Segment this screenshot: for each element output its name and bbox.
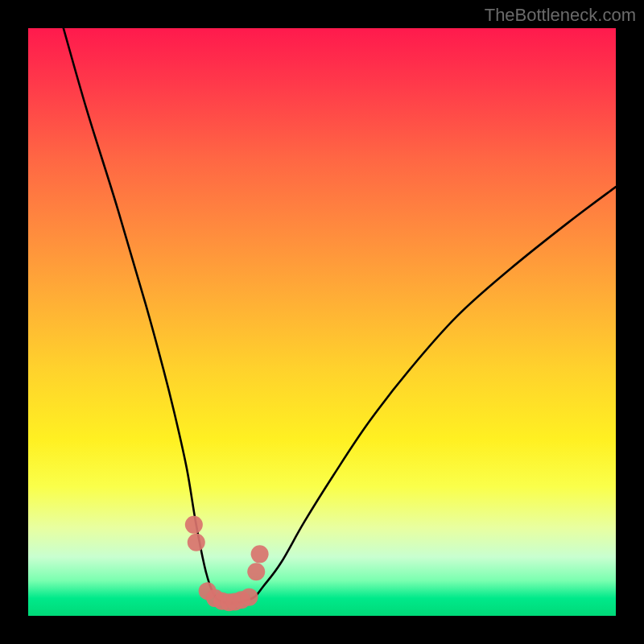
plot-area <box>28 28 616 616</box>
chart-svg <box>28 28 616 616</box>
marker-layer <box>185 516 269 611</box>
curve-layer <box>64 28 616 603</box>
marker-point <box>188 534 205 551</box>
chart-frame: TheBottleneck.com <box>0 0 644 644</box>
marker-point <box>185 516 203 534</box>
bottleneck-curve-path <box>64 28 616 603</box>
attribution-text: TheBottleneck.com <box>485 5 636 26</box>
marker-point <box>251 545 269 563</box>
marker-point <box>240 588 258 606</box>
marker-point <box>247 563 265 580</box>
